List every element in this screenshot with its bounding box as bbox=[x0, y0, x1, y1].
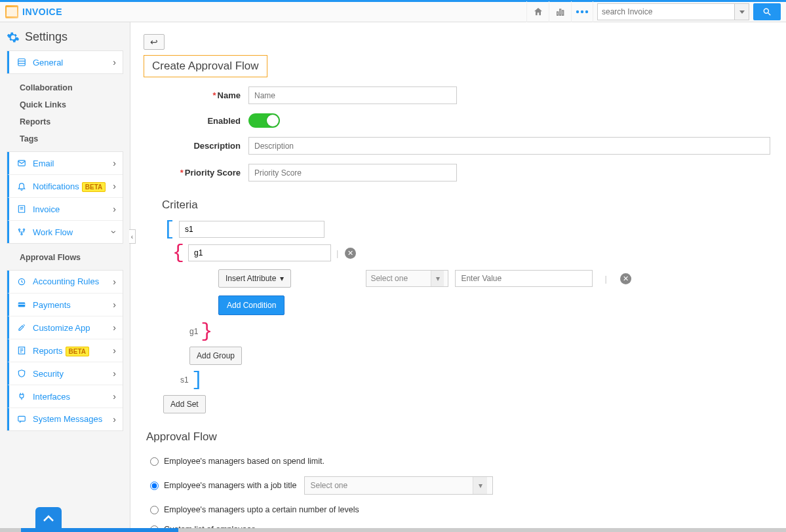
beta-badge: BETA bbox=[66, 347, 89, 356]
sidebar-item-system-messages[interactable]: System Messages › bbox=[7, 408, 123, 430]
search-input[interactable] bbox=[597, 3, 735, 20]
search-dropdown[interactable] bbox=[735, 3, 749, 20]
sidebar: Settings General › Collaboration Quick L… bbox=[0, 22, 130, 528]
approval-flow-header: Approval Flow bbox=[146, 430, 773, 444]
general-icon bbox=[17, 58, 29, 67]
svg-rect-20 bbox=[18, 304, 26, 305]
invoice-logo-icon bbox=[5, 5, 18, 18]
chevron-down-icon: › bbox=[109, 231, 120, 234]
gear-icon bbox=[7, 31, 20, 44]
chevron-right-icon: › bbox=[113, 368, 116, 379]
chevron-right-icon: › bbox=[113, 158, 116, 168]
search-button[interactable] bbox=[753, 3, 781, 20]
flow-option-custom-employees[interactable]: Custom list of employees bbox=[150, 520, 773, 528]
app-logo[interactable]: INVOICE bbox=[5, 5, 62, 18]
svg-point-3 bbox=[576, 10, 579, 13]
rules-icon bbox=[17, 277, 29, 286]
flow-option-job-title[interactable]: Employee's managers with a job title Sel… bbox=[150, 471, 773, 500]
enabled-label: Enabled bbox=[144, 116, 248, 126]
chevron-right-icon: › bbox=[113, 299, 116, 310]
chevron-right-icon: › bbox=[113, 322, 116, 333]
job-title-select[interactable]: Select one▾ bbox=[304, 476, 493, 495]
chart-icon[interactable] bbox=[549, 1, 571, 23]
svg-point-16 bbox=[23, 229, 24, 230]
sidebar-item-customize-app[interactable]: Customize App › bbox=[7, 316, 123, 339]
sidebar-sub-quicklinks[interactable]: Quick Links bbox=[13, 96, 130, 113]
add-group-button[interactable]: Add Group bbox=[189, 347, 242, 365]
sidebar-sub-approval-flows[interactable]: Approval Flows bbox=[13, 249, 130, 266]
insert-attribute-dropdown[interactable]: Insert Attribute▾ bbox=[218, 269, 291, 288]
sidebar-item-workflow[interactable]: Work Flow › bbox=[7, 221, 123, 243]
description-label: Description bbox=[144, 141, 248, 151]
app-title: INVOICE bbox=[22, 7, 62, 17]
email-icon bbox=[17, 159, 29, 168]
sidebar-item-payments[interactable]: Payments › bbox=[7, 294, 123, 316]
flow-option-levels[interactable]: Employee's managers upto a certain numbe… bbox=[150, 500, 773, 520]
svg-point-17 bbox=[21, 233, 22, 235]
set-name-input[interactable] bbox=[179, 221, 324, 238]
svg-rect-25 bbox=[18, 416, 26, 421]
open-curly-bracket-icon: { bbox=[172, 243, 184, 263]
open-square-bracket-icon: [ bbox=[163, 219, 175, 239]
sidebar-item-invoice[interactable]: Invoice › bbox=[7, 198, 123, 221]
criteria-header: Criteria bbox=[162, 199, 773, 212]
priority-label: *Priority Score bbox=[144, 168, 248, 178]
back-button[interactable]: ↩ bbox=[144, 34, 165, 50]
plug-icon bbox=[17, 392, 29, 401]
svg-rect-1 bbox=[559, 9, 560, 15]
shield-icon bbox=[17, 369, 29, 378]
sidebar-item-interfaces[interactable]: Interfaces › bbox=[7, 385, 123, 408]
message-icon bbox=[17, 415, 29, 424]
settings-label: Settings bbox=[25, 30, 68, 44]
flow-option-spend-limit[interactable]: Employee's managers based on spend limit… bbox=[150, 451, 773, 471]
scroll-top-button[interactable] bbox=[35, 507, 62, 529]
svg-point-5 bbox=[585, 10, 588, 13]
name-label: *Name bbox=[144, 90, 248, 100]
svg-rect-0 bbox=[557, 12, 558, 15]
svg-line-7 bbox=[768, 13, 771, 16]
name-input[interactable] bbox=[248, 86, 457, 104]
tools-icon bbox=[17, 323, 29, 332]
remove-condition-button[interactable]: ✕ bbox=[620, 273, 631, 284]
sidebar-item-reports[interactable]: ReportsBETA › bbox=[7, 339, 123, 362]
svg-rect-8 bbox=[18, 59, 26, 66]
sidebar-item-accounting-rules[interactable]: Accounting Rules › bbox=[7, 271, 123, 294]
remove-group-button[interactable]: ✕ bbox=[345, 248, 356, 259]
sidebar-sub-tags[interactable]: Tags bbox=[13, 130, 130, 147]
description-input[interactable] bbox=[248, 137, 770, 155]
more-menu-icon[interactable] bbox=[571, 1, 593, 23]
add-condition-button[interactable]: Add Condition bbox=[218, 295, 285, 315]
svg-point-4 bbox=[581, 10, 583, 13]
workflow-icon bbox=[17, 227, 29, 237]
sidebar-item-general[interactable]: General › bbox=[7, 51, 123, 73]
sidebar-collapse-handle[interactable]: ‹ bbox=[129, 229, 136, 244]
chevron-right-icon: › bbox=[113, 345, 116, 356]
priority-input[interactable] bbox=[248, 164, 457, 181]
main-content: ↩ Create Approval Flow *Name Enabled Des… bbox=[130, 22, 786, 528]
sidebar-item-notifications[interactable]: NotificationsBETA › bbox=[7, 175, 123, 198]
chevron-right-icon: › bbox=[113, 204, 116, 214]
condition-value-input[interactable] bbox=[455, 270, 593, 287]
enabled-toggle[interactable] bbox=[248, 113, 280, 128]
add-set-button[interactable]: Add Set bbox=[163, 395, 206, 413]
sidebar-sub-collaboration[interactable]: Collaboration bbox=[13, 79, 130, 96]
bell-icon bbox=[17, 181, 29, 191]
home-icon[interactable] bbox=[526, 1, 549, 23]
sidebar-item-email[interactable]: Email › bbox=[7, 152, 123, 175]
beta-badge: BETA bbox=[82, 182, 106, 192]
chevron-right-icon: › bbox=[113, 391, 116, 402]
payments-icon bbox=[17, 300, 29, 309]
reports-icon bbox=[17, 346, 29, 355]
condition-operator-select[interactable]: Select one▾ bbox=[366, 270, 448, 287]
sidebar-sub-reports[interactable]: Reports bbox=[13, 113, 130, 130]
close-curly-bracket-icon: } bbox=[201, 322, 212, 341]
sidebar-item-security[interactable]: Security › bbox=[7, 362, 123, 385]
close-square-bracket-icon: ] bbox=[191, 370, 203, 390]
chevron-right-icon: › bbox=[113, 276, 116, 287]
svg-point-6 bbox=[764, 9, 768, 13]
settings-header: Settings bbox=[0, 22, 130, 50]
page-title: Create Approval Flow bbox=[144, 55, 267, 77]
svg-point-15 bbox=[18, 229, 20, 230]
invoice-icon bbox=[17, 204, 29, 214]
group-name-input[interactable] bbox=[188, 244, 331, 261]
